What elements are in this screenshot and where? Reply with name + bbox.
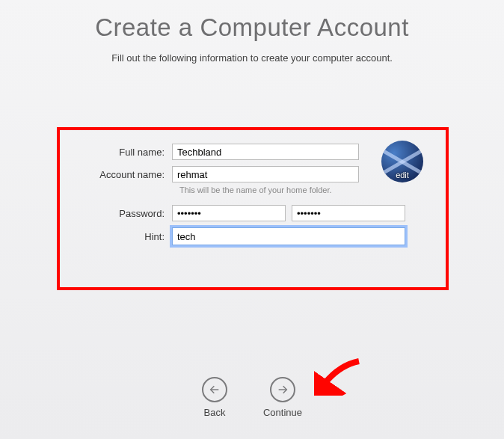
hint-label: Hint: xyxy=(75,231,172,242)
accountname-helper: This will be the name of your home folde… xyxy=(179,185,431,194)
accountname-label: Account name: xyxy=(75,169,172,180)
back-button[interactable]: Back xyxy=(202,377,227,418)
password-field[interactable] xyxy=(172,205,286,221)
continue-label: Continue xyxy=(263,407,302,418)
password-verify-field[interactable] xyxy=(292,205,405,221)
accountname-field[interactable] xyxy=(172,166,359,182)
back-label: Back xyxy=(204,407,226,418)
avatar-edit-button[interactable]: edit xyxy=(381,141,423,182)
fullname-label: Full name: xyxy=(75,147,172,158)
arrow-right-icon xyxy=(270,377,295,402)
fullname-field[interactable] xyxy=(172,144,359,160)
hint-field[interactable] xyxy=(172,227,405,245)
nav-bar: Back Continue xyxy=(0,377,504,418)
page-title: Create a Computer Account xyxy=(0,13,504,42)
arrow-left-icon xyxy=(202,377,227,402)
page-subtitle: Fill out the following information to cr… xyxy=(0,52,504,64)
continue-button[interactable]: Continue xyxy=(263,377,302,418)
account-form: Full name: Account name: This will be th… xyxy=(57,127,449,290)
avatar-edit-label: edit xyxy=(381,171,423,179)
password-label: Password: xyxy=(75,208,172,219)
